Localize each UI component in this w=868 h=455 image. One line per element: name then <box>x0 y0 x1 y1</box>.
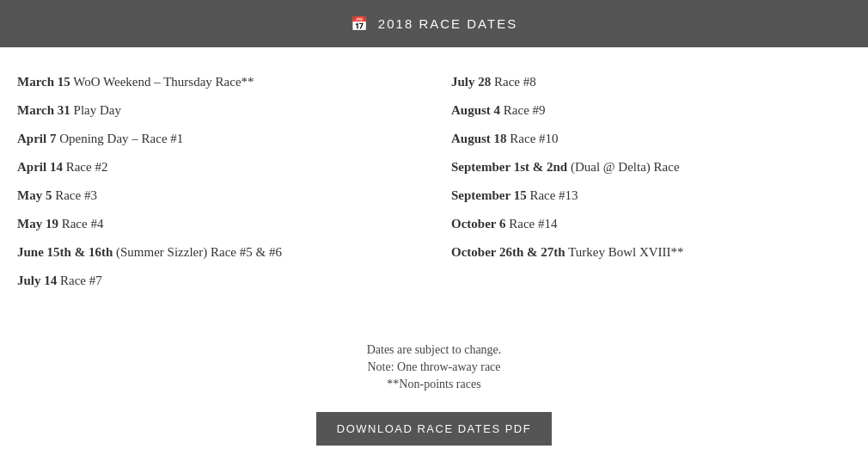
left-race-item: April 7 Opening Day – Race #1 <box>17 130 417 148</box>
race-date: April 14 <box>17 160 63 174</box>
right-column: July 28 Race #8August 4 Race #9August 18… <box>434 73 851 300</box>
race-date: August 18 <box>451 132 507 145</box>
left-column: March 15 WoO Weekend – Thursday Race**Ma… <box>17 73 434 300</box>
left-race-item: March 15 WoO Weekend – Thursday Race** <box>17 73 417 91</box>
race-date: August 4 <box>451 103 500 117</box>
race-desc: (Dual @ Delta) Race <box>571 160 680 174</box>
race-date: October 26th & 27th <box>451 245 565 259</box>
race-date: March 15 <box>17 75 70 89</box>
download-button[interactable]: DOWNLOAD RACE DATES PDF <box>316 412 552 446</box>
race-date: July 28 <box>451 75 491 89</box>
calendar-icon: 📅 <box>351 15 370 32</box>
footer-line1: Dates are subject to change. <box>17 343 851 357</box>
race-date: March 31 <box>17 103 70 117</box>
footer-line2: Note: One throw-away race <box>17 360 851 374</box>
race-date: May 19 <box>17 217 58 231</box>
race-desc: Race #9 <box>504 103 546 117</box>
race-desc: Race #3 <box>55 188 97 202</box>
right-race-item: September 1st & 2nd (Dual @ Delta) Race <box>451 158 851 176</box>
right-race-item: September 15 Race #13 <box>451 187 851 205</box>
left-race-item: July 14 Race #7 <box>17 272 417 290</box>
footer-line3: **Non-points races <box>17 378 851 391</box>
header-bar: 📅 2018 RACE DATES <box>0 0 868 47</box>
race-desc: (Summer Sizzler) Race #5 & #6 <box>116 245 282 259</box>
race-date: May 5 <box>17 188 52 202</box>
race-date: October 6 <box>451 217 505 231</box>
race-desc: Play Day <box>74 103 121 117</box>
race-date: July 14 <box>17 274 57 287</box>
race-date: April 7 <box>17 132 56 145</box>
race-desc: Race #8 <box>494 75 536 89</box>
right-race-item: October 6 Race #14 <box>451 215 851 233</box>
race-date: September 15 <box>451 188 527 202</box>
race-desc: Race #10 <box>510 132 558 145</box>
content-area: March 15 WoO Weekend – Thursday Race**Ma… <box>0 47 868 317</box>
right-race-item: August 4 Race #9 <box>451 101 851 120</box>
right-race-item: July 28 Race #8 <box>451 73 851 91</box>
left-race-item: April 14 Race #2 <box>17 158 417 176</box>
race-desc: WoO Weekend – Thursday Race** <box>73 75 254 89</box>
race-desc: Race #2 <box>66 160 108 174</box>
left-race-item: May 19 Race #4 <box>17 215 417 233</box>
left-race-item: March 31 Play Day <box>17 101 417 120</box>
race-desc: Opening Day – Race #1 <box>59 132 183 145</box>
header-title: 2018 RACE DATES <box>378 16 517 31</box>
left-race-item: June 15th & 16th (Summer Sizzler) Race #… <box>17 243 417 261</box>
left-race-item: May 5 Race #3 <box>17 187 417 205</box>
race-desc: Race #4 <box>62 217 104 231</box>
race-desc: Race #13 <box>529 188 578 202</box>
race-desc: Race #7 <box>60 274 102 287</box>
right-race-item: August 18 Race #10 <box>451 130 851 148</box>
race-date: June 15th & 16th <box>17 245 113 259</box>
race-desc: Race #14 <box>509 217 557 231</box>
footer-section: Dates are subject to change. Note: One t… <box>0 317 868 455</box>
right-race-item: October 26th & 27th Turkey Bowl XVIII** <box>451 243 851 261</box>
race-desc: Turkey Bowl XVIII** <box>568 245 683 259</box>
race-date: September 1st & 2nd <box>451 160 567 174</box>
